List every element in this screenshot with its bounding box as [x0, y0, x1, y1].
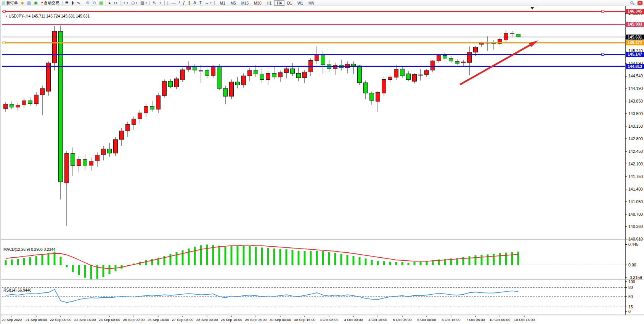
rsi-line	[6, 289, 518, 302]
time-tick-label: 26 Sep 16:00	[148, 318, 169, 322]
bar-chart-icon: ≣	[65, 0, 69, 6]
signals-icon: ◉	[34, 0, 38, 6]
signals-button[interactable]: ◉	[32, 0, 39, 6]
search-icon[interactable]	[630, 1, 634, 5]
price-badge: 146.345	[628, 9, 642, 13]
time-tick-label: 30 Sep 16:00	[294, 318, 316, 322]
line-chart-icon: ∿	[77, 0, 80, 6]
trend-arrow[interactable]	[460, 43, 534, 85]
zoom-in-icon: ⊕	[86, 0, 89, 6]
price-tick-label: 144.190	[628, 86, 643, 91]
text-label-icon: T	[199, 0, 202, 6]
new-order-button[interactable]: ▤ 新订单	[0, 0, 19, 6]
timeframe-button-M30[interactable]: M30	[251, 0, 264, 6]
new-order-label: 新订单	[6, 0, 18, 6]
timeframe-button-M1[interactable]: M1	[217, 0, 228, 6]
timeframe-button-D1[interactable]: D1	[284, 0, 295, 6]
candlestick-chart-button[interactable]: ⧫	[70, 0, 75, 6]
macd-tick-label: 0.00	[628, 263, 636, 267]
timeframe-button-M5[interactable]: M5	[228, 0, 239, 6]
price-tick-label: 144.540	[628, 74, 643, 78]
chart-shift-marker[interactable]	[530, 7, 534, 10]
time-tick-label: 20 Sep 2022	[2, 318, 22, 322]
time-tick-label: 5 Oct 08:00	[393, 318, 411, 322]
text-label-button[interactable]: T	[198, 0, 204, 6]
notification-badge[interactable]: 1	[638, 1, 642, 5]
price-badge: 144.813	[628, 64, 642, 69]
time-tick-label: 23 Sep 08:00	[99, 318, 120, 322]
toolbar-separator	[83, 1, 83, 5]
chart-canvas[interactable]: 146.290145.940145.590145.240144.890144.5…	[1, 6, 644, 324]
time-tick-label: 4 Oct 16:00	[368, 318, 387, 322]
time-tick-label: 27 Sep 08:00	[172, 318, 194, 322]
indicators-icon: +	[123, 0, 125, 6]
auto-scroll-button[interactable]: ▸	[107, 0, 112, 6]
fibonacci-icon: ƒ	[183, 0, 185, 6]
chart-shift-button[interactable]: ↦	[112, 0, 119, 6]
price-tick-label: 141.050	[628, 199, 643, 204]
bar-chart-button[interactable]: ≣	[64, 0, 70, 6]
trendline-button[interactable]: /	[177, 0, 181, 6]
timeframe-button-H4[interactable]: H4	[274, 0, 284, 6]
time-tick-label: 7 Oct 08:00	[466, 318, 485, 322]
toolbar-separator	[106, 1, 106, 5]
trendline-icon: /	[179, 0, 180, 6]
cursor-button[interactable]: ↖	[151, 0, 157, 6]
zoom-out-button[interactable]: ⊖	[91, 0, 98, 6]
rsi-tick-label: 50	[628, 294, 633, 299]
price-badge: 145.983	[628, 22, 642, 26]
timeframe-button-M15[interactable]: M15	[239, 0, 251, 6]
time-tick-label: 10 Oct 00:00	[490, 318, 510, 322]
channels-button[interactable]: ∥	[187, 0, 192, 6]
text-tool-icon: A	[193, 0, 196, 6]
timeframe-button-W1[interactable]: W1	[295, 0, 306, 6]
time-tick-label: 30 Sep 00:00	[270, 318, 291, 322]
price-tick-label: 143.150	[628, 124, 643, 128]
auto-trading-button[interactable]: ◓ 自动交易	[39, 0, 61, 6]
macd-panel	[2, 245, 625, 279]
styler-icon: ◆	[21, 0, 24, 6]
mt4-window: ▤ 新订单 ◆ ▥ ◉ ◓ 自动交易 ≣ ⧫ ∿ ⊕ ⊖	[0, 0, 644, 324]
time-tick-label: 28 Sep 16:00	[221, 318, 243, 322]
styler-button[interactable]: ◆	[19, 0, 25, 6]
chart-shift-icon: ↦	[114, 0, 117, 6]
auto-scroll-icon: ▸	[109, 0, 111, 6]
horizontal-line-icon: —	[172, 0, 176, 6]
fibonacci-button[interactable]: ƒ	[181, 0, 187, 6]
chevron-down-icon: ▾	[127, 2, 128, 5]
market-watch-button[interactable]: ▥	[26, 0, 32, 6]
toolbar-separator	[120, 1, 120, 5]
timeframe-button-MN[interactable]: MN	[306, 0, 317, 6]
line-chart-button[interactable]: ∿	[75, 0, 82, 6]
horizontal-line-button[interactable]: —	[170, 0, 177, 6]
templates-button[interactable]: ▨ ▾	[139, 0, 148, 6]
chart-ohlc: 145.711 145.724 145.631 145.631	[32, 14, 90, 18]
zoom-in-button[interactable]: ⊕	[84, 0, 91, 6]
price-tick-label: 140.360	[628, 224, 643, 229]
rsi-panel	[2, 288, 625, 307]
toolbar-right: 1	[630, 0, 642, 6]
price-axis[interactable]: 146.290145.940145.590145.240144.890144.5…	[625, 6, 644, 315]
timeframe-button-H1[interactable]: H1	[264, 0, 275, 6]
periods-button[interactable]: ◷ ▾	[130, 0, 139, 6]
toolbar-separator	[62, 1, 63, 5]
time-tick-label: 26 Sep 00:00	[123, 318, 145, 322]
crosshair-button[interactable]: +	[157, 0, 163, 6]
indicators-button[interactable]: + ▾	[122, 0, 130, 6]
price-tick-label: 142.100	[628, 162, 643, 166]
chart-window: 146.290145.940145.590145.240144.890144.5…	[0, 6, 644, 324]
vertical-line-icon: |	[167, 0, 169, 6]
text-tool-button[interactable]: A	[192, 0, 198, 6]
time-axis[interactable]: 20 Sep 202221 Sep 08:0022 Sep 00:0022 Se…	[2, 315, 535, 322]
price-tick-label: 143.500	[628, 111, 643, 116]
time-tick-label: 4 Oct 00:00	[344, 318, 363, 322]
arrows-tool-button[interactable]: → ▾	[203, 0, 213, 6]
tile-windows-button[interactable]: ▦	[98, 0, 104, 6]
object-anchor-icon[interactable]: ▼	[5, 15, 8, 18]
price-tick-label: 143.850	[628, 99, 643, 103]
vertical-line-button[interactable]: |	[166, 0, 170, 6]
price-badge: 145.631	[628, 35, 642, 39]
time-tick-label: 3 Oct 08:00	[320, 318, 338, 322]
macd-tick-label: 0.445	[628, 242, 638, 247]
price-tick-label: 141.750	[628, 174, 643, 179]
